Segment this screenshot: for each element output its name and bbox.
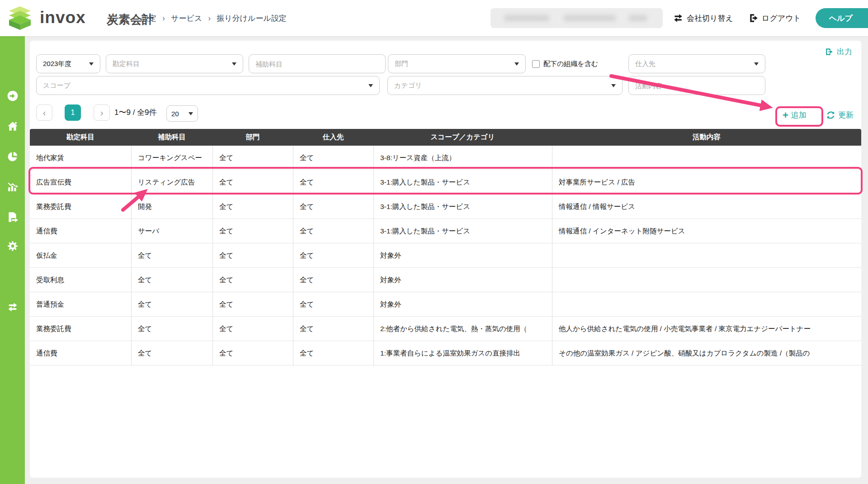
sub-account-input[interactable] xyxy=(249,54,386,73)
add-label: 追加 xyxy=(791,110,807,120)
table-cell: 全て xyxy=(212,195,293,218)
table-row[interactable]: 業務委託費 全て 全て 全て 2:他者から供給された電気、熱・蒸気の使用（ 他人… xyxy=(30,317,861,341)
table-row[interactable]: 通信費 サーバ 全て 全て 3-1:購入した製品・サービス 情報通信 / インタ… xyxy=(30,219,861,243)
sidebar-report-export-icon[interactable] xyxy=(7,211,19,223)
table-row[interactable]: 地代家賃 コワーキングスペー 全て 全て 3-8:リース資産（上流） xyxy=(30,146,861,170)
page: invox 炭素会計 設定 › サービス › 振り分けルール設定 会社切り替え … xyxy=(0,0,868,484)
table-cell: 全て xyxy=(293,317,373,341)
chevron-left-icon: ‹ xyxy=(43,108,46,118)
per-page-value: 20 xyxy=(171,110,179,118)
help-button[interactable]: ヘルプ xyxy=(816,8,868,28)
table-row[interactable]: 業務委託費 開発 全て 全て 3-1:購入した製品・サービス 情報通信 / 情報… xyxy=(30,195,861,219)
sidebar-expand-icon[interactable] xyxy=(7,90,19,102)
sidebar-analytics-icon[interactable] xyxy=(7,181,19,193)
fiscal-year-select[interactable]: 2023年度 xyxy=(36,54,100,73)
breadcrumb-service[interactable]: サービス xyxy=(171,13,202,24)
breadcrumb-settings[interactable]: 設定 xyxy=(141,13,156,24)
redacted-company-name xyxy=(491,8,663,28)
column-header-scope-category: スコープ／カテゴリ xyxy=(373,129,552,146)
per-page-select[interactable]: 20 xyxy=(166,105,198,122)
caret-down-icon xyxy=(89,62,94,68)
account-placeholder: 勘定科目 xyxy=(113,60,140,68)
table-cell: 1:事業者自らによる温室効果ガスの直接排出 xyxy=(373,341,552,365)
table-cell: 開発 xyxy=(131,195,212,218)
fiscal-year-value: 2023年度 xyxy=(43,60,71,68)
export-button[interactable]: 出力 xyxy=(825,47,852,57)
sidebar-pie-chart-icon[interactable] xyxy=(7,151,19,162)
table-cell: 全て xyxy=(212,317,293,341)
brand-name: invox xyxy=(40,8,86,27)
include-sub-orgs-checkbox[interactable] xyxy=(532,60,540,68)
current-page-button[interactable]: 1 xyxy=(65,104,81,121)
table-cell: 普通預金 xyxy=(30,292,131,316)
table-cell: 全て xyxy=(293,146,373,170)
supplier-select[interactable]: 仕入先 xyxy=(628,54,765,73)
add-button[interactable]: + 追加 xyxy=(783,110,807,120)
table-row-highlighted[interactable]: 広告宣伝費 リスティング広告 全て 全て 3-1:購入した製品・サービス 対事業… xyxy=(30,170,861,195)
breadcrumb: 設定 › サービス › 振り分けルール設定 xyxy=(141,0,287,36)
table-row[interactable]: 通信費 全て 全て 全て 1:事業者自らによる温室効果ガスの直接排出 その他の温… xyxy=(30,341,861,365)
table-cell: 全て xyxy=(131,243,212,267)
table-cell: 地代家賃 xyxy=(30,146,131,170)
table-cell xyxy=(552,268,861,292)
table-cell: 全て xyxy=(131,317,212,341)
refresh-label: 更新 xyxy=(838,110,854,120)
sidebar-home-icon[interactable] xyxy=(7,120,19,132)
company-switch-button[interactable]: 会社切り替え xyxy=(673,0,733,36)
table-cell: 対象外 xyxy=(373,292,552,316)
logout-button[interactable]: ログアウト xyxy=(749,0,801,36)
column-header-department: 部門 xyxy=(212,129,293,146)
table-cell: 全て xyxy=(293,341,373,365)
caret-down-icon xyxy=(754,62,759,68)
column-header-account: 勘定科目 xyxy=(30,129,131,146)
pagination-range: 1〜9 / 全9件 xyxy=(114,104,157,121)
table-cell: 3-1:購入した製品・サービス xyxy=(373,195,552,218)
table-cell: コワーキングスペー xyxy=(131,146,212,170)
category-select[interactable]: カテゴリ xyxy=(387,76,623,95)
table-cell: 全て xyxy=(212,243,293,267)
chevron-right-icon: › xyxy=(162,14,165,23)
invox-logo-icon xyxy=(6,6,33,30)
table-header-row: 勘定科目 補助科目 部門 仕入先 スコープ／カテゴリ 活動内容 xyxy=(30,129,861,146)
department-select[interactable]: 部門 xyxy=(388,54,526,73)
table-row[interactable]: 受取利息 全て 全て 全て 対象外 xyxy=(30,268,861,292)
next-page-button[interactable]: › xyxy=(94,104,110,121)
table-cell: 全て xyxy=(212,341,293,365)
table-cell: 全て xyxy=(293,243,373,267)
table-cell: 全て xyxy=(293,268,373,292)
app-header: invox 炭素会計 設定 › サービス › 振り分けルール設定 会社切り替え … xyxy=(0,0,868,36)
table-cell xyxy=(552,243,861,267)
table-cell: 全て xyxy=(293,219,373,243)
column-header-supplier: 仕入先 xyxy=(293,129,373,146)
table-cell: 情報通信 / 情報サービス xyxy=(552,195,861,218)
caret-down-icon xyxy=(611,84,616,90)
column-header-activity: 活動内容 xyxy=(552,129,861,146)
table-cell: 広告宣伝費 xyxy=(30,170,131,194)
logout-icon xyxy=(749,13,759,23)
scope-select[interactable]: スコープ xyxy=(36,76,380,95)
activity-input[interactable] xyxy=(628,76,765,95)
sidebar-switch-icon[interactable] xyxy=(7,301,19,313)
caret-down-icon xyxy=(514,62,519,68)
refresh-icon xyxy=(826,110,835,120)
table-cell: 全て xyxy=(131,341,212,365)
switch-arrows-icon xyxy=(673,13,684,24)
account-select[interactable]: 勘定科目 xyxy=(106,54,243,73)
column-header-sub-account: 補助科目 xyxy=(131,129,212,146)
scope-placeholder: スコープ xyxy=(43,81,71,90)
table-cell: 全て xyxy=(212,268,293,292)
table-cell: 全て xyxy=(212,219,293,243)
table-row[interactable]: 普通預金 全て 全て 全て 対象外 xyxy=(30,292,861,317)
table-cell: 情報通信 / インターネット附随サービス xyxy=(552,219,861,243)
include-sub-orgs-label: 配下の組織を含む xyxy=(543,60,598,68)
table-cell: リスティング広告 xyxy=(131,170,212,194)
prev-page-button[interactable]: ‹ xyxy=(36,104,52,121)
caret-down-icon xyxy=(368,84,373,90)
sidebar-settings-icon[interactable] xyxy=(7,240,19,252)
company-switch-label: 会社切り替え xyxy=(687,13,733,24)
refresh-button[interactable]: 更新 xyxy=(826,110,854,120)
table-cell: 全て xyxy=(293,195,373,218)
table-cell: 3-1:購入した製品・サービス xyxy=(373,219,552,243)
table-cell: 対事業所サービス / 広告 xyxy=(552,170,861,194)
table-row[interactable]: 仮払金 全て 全て 全て 対象外 xyxy=(30,243,861,268)
